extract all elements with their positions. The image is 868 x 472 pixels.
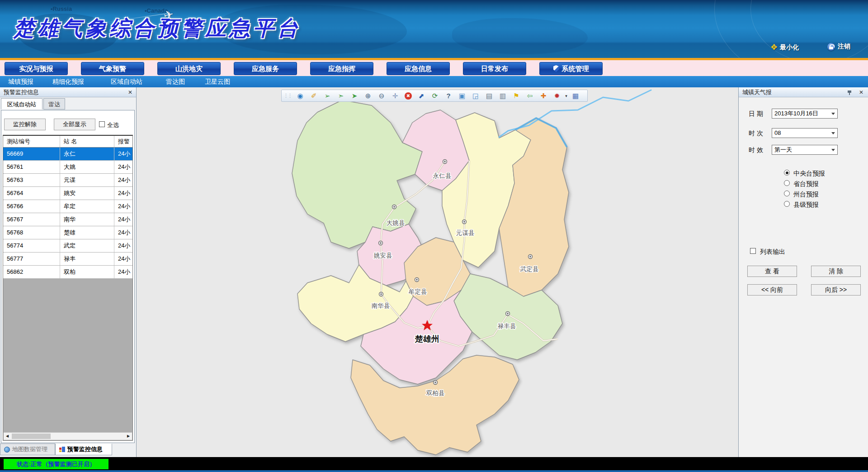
time-value: 08: [774, 129, 781, 136]
world-map-decoration: [452, 18, 588, 54]
tab-daily-release[interactable]: 日常发布: [463, 62, 526, 75]
column-alarm: 报警: [114, 136, 133, 147]
tab-emergency-service[interactable]: 应急服务: [234, 62, 297, 75]
zoom-in-icon[interactable]: ⊕: [363, 91, 373, 101]
previous-button[interactable]: << 向前: [747, 284, 797, 296]
logout-button[interactable]: 注销: [827, 43, 850, 51]
table-row[interactable]: 56767南华24小: [3, 213, 133, 226]
select-arrow-icon[interactable]: ➣: [336, 91, 346, 101]
station-id: 56764: [3, 187, 60, 200]
pin-icon[interactable]: [847, 90, 852, 95]
tab-emergency-command[interactable]: 应急指挥: [310, 62, 373, 75]
lock-icon: [827, 43, 835, 51]
snapshot-icon[interactable]: ◲: [471, 91, 481, 101]
tab-flood-disaster[interactable]: 山洪地灾: [157, 62, 221, 75]
column-station-name: 站 名: [60, 136, 114, 147]
radio-province-forecast[interactable]: [784, 180, 790, 186]
identify-icon[interactable]: ?: [443, 91, 453, 101]
radio-central-forecast[interactable]: [784, 170, 790, 176]
table-row[interactable]: 56764姚安24小: [3, 187, 133, 200]
region-label: 武定县: [520, 266, 539, 272]
dock-tab-warning-monitor[interactable]: 预警监控信息: [55, 443, 112, 455]
dock-tab-label: 地图数据管理: [12, 445, 47, 453]
table-row[interactable]: 56761大姚24小: [3, 161, 133, 174]
station-id: 56777: [3, 253, 60, 265]
print-icon[interactable]: ▤: [484, 91, 494, 101]
tab-radar[interactable]: 雷达: [43, 98, 65, 110]
globe-icon[interactable]: ◉: [295, 91, 305, 101]
clear-button[interactable]: 清 除: [811, 266, 861, 277]
table-row[interactable]: 56766牟定24小: [3, 200, 133, 213]
tab-region-auto-station[interactable]: 区域自动站: [1, 98, 42, 110]
zoom-out-icon[interactable]: ⊖: [377, 91, 387, 101]
tab-label: 应急指挥: [328, 62, 355, 75]
application-window: •Russia •Canada ✈ 楚雄气象综合预警应急平台 ✥ 最小化 注销 …: [0, 0, 868, 472]
submenu-refined-forecast[interactable]: 精细化预报: [52, 76, 84, 87]
submenu-radar-map[interactable]: 雷达图: [166, 76, 185, 87]
tab-live-forecast[interactable]: 实况与预报: [5, 62, 68, 75]
stop-icon[interactable]: ✖: [405, 92, 412, 100]
select-all-checkbox[interactable]: [99, 121, 105, 127]
toolbar-grip[interactable]: ⋮⋮: [283, 93, 292, 99]
table-row[interactable]: 56862双柏24小: [3, 266, 133, 279]
list-output-checkbox[interactable]: [750, 248, 756, 254]
view-button[interactable]: 查 看: [747, 266, 797, 277]
select-lasso-icon[interactable]: ➤: [349, 91, 359, 101]
station-name: 武定: [60, 239, 114, 252]
table-row[interactable]: 56777禄丰24小: [3, 253, 133, 266]
radio-prefecture-forecast[interactable]: [784, 191, 790, 196]
next-button[interactable]: 向后 >>: [811, 284, 861, 296]
minimize-button[interactable]: ✥ 最小化: [771, 43, 799, 52]
measure-icon[interactable]: ✐: [309, 91, 319, 101]
tab-emergency-info[interactable]: 应急信息: [387, 62, 450, 75]
region-label: 牟定县: [409, 288, 427, 295]
panel-grid-icon: [59, 447, 65, 453]
station-name: 禄丰: [60, 253, 114, 265]
tab-label: 气象预警: [99, 62, 126, 75]
date-select[interactable]: 2013年10月16日: [772, 109, 838, 119]
radio-county-forecast[interactable]: [784, 201, 790, 207]
map-canvas[interactable]: 大姚县 永仁县 元谋县 武定县 姚安县 牟定县 南华县 禄丰县 楚雄州 双柏县 …: [137, 87, 738, 457]
full-extent-icon[interactable]: ⬈: [416, 91, 426, 101]
image-icon[interactable]: ▣: [457, 91, 467, 101]
submenu-auto-station[interactable]: 区域自动站: [111, 76, 142, 87]
table-row[interactable]: 56669永仁24小: [3, 148, 133, 161]
dropdown-caret-icon[interactable]: ▾: [564, 91, 568, 101]
tab-weather-warning[interactable]: 气象预警: [81, 62, 144, 75]
validity-value: 第一天: [774, 146, 792, 153]
submenu-satellite-cloud[interactable]: 卫星云图: [205, 76, 230, 87]
legend-icon[interactable]: ▦: [571, 91, 580, 101]
tab-system-management[interactable]: 系统管理: [539, 62, 603, 75]
select-region-icon[interactable]: ➢: [322, 91, 332, 101]
region-label: 大姚县: [387, 219, 405, 226]
pan-icon[interactable]: ✛: [390, 91, 400, 101]
table-row[interactable]: 56768楚雄24小: [3, 226, 133, 239]
horizontal-scrollbar[interactable]: ◀ ▶: [4, 432, 132, 440]
show-all-button[interactable]: 全部显示: [54, 119, 95, 130]
back-icon[interactable]: ⇦: [525, 91, 535, 101]
validity-select[interactable]: 第一天: [772, 145, 838, 155]
release-monitor-button[interactable]: 监控解除: [4, 119, 46, 130]
table-row[interactable]: 56763元谋24小: [3, 174, 133, 187]
scroll-left-icon[interactable]: ◀: [4, 433, 11, 440]
print-setup-icon[interactable]: ▥: [498, 91, 508, 101]
station-name: 大姚: [60, 161, 114, 173]
station-name: 楚雄: [60, 226, 114, 239]
time-select[interactable]: 08: [772, 128, 838, 138]
tab-label: 日常发布: [481, 62, 508, 75]
close-icon[interactable]: ✕: [127, 89, 134, 96]
shield-icon: [553, 65, 559, 72]
add-overlay-icon[interactable]: ✚: [538, 91, 548, 101]
scrollbar-thumb[interactable]: [12, 434, 51, 439]
alarm-flash-icon[interactable]: ✹: [552, 91, 562, 101]
radio-label: 省台预报: [793, 180, 819, 188]
submenu-town-forecast[interactable]: 城镇预报: [8, 76, 33, 87]
table-row[interactable]: 56774武定24小: [3, 239, 133, 253]
dock-tab-map-data[interactable]: 地图数据管理: [0, 443, 55, 455]
scroll-right-icon[interactable]: ▶: [125, 433, 132, 440]
station-alarm: 24小: [114, 200, 133, 213]
close-icon[interactable]: ✕: [858, 89, 865, 96]
radio-label: 中央台预报: [793, 170, 825, 178]
marker-icon[interactable]: ⚑: [511, 91, 521, 101]
refresh-icon[interactable]: ⟳: [430, 91, 440, 101]
